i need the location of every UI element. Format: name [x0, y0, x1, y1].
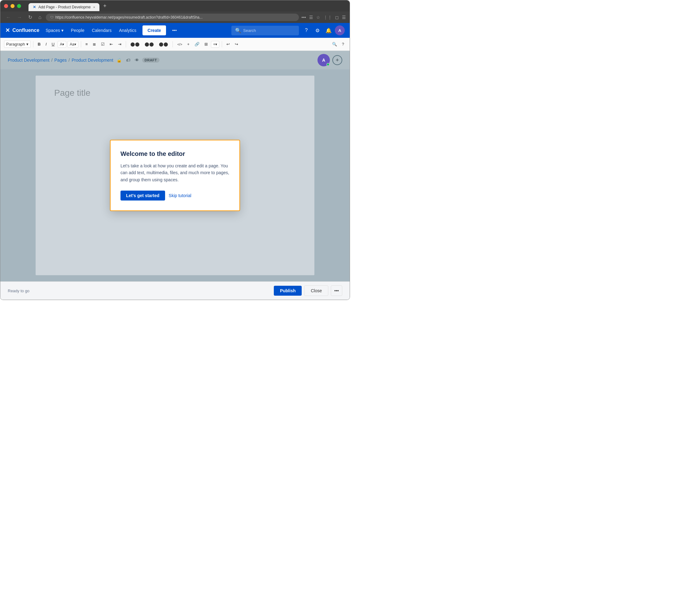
code-button[interactable]: </>	[175, 41, 184, 47]
ordered-list-button[interactable]: ≣	[91, 41, 98, 48]
confluence-logo[interactable]: ✕ Confluence	[5, 27, 39, 34]
table-button[interactable]: ⊞	[203, 41, 210, 48]
breadcrumb-space-link[interactable]: Product Development	[8, 58, 50, 63]
underline-button[interactable]: U	[50, 41, 56, 48]
url-bar[interactable]: 🛡 https://confluence.heyvaldemar.net/pag…	[46, 14, 299, 21]
close-window-button[interactable]	[4, 4, 8, 8]
link-button[interactable]: 🔗	[193, 41, 201, 48]
refresh-button[interactable]: ↻	[26, 13, 34, 21]
new-tab-button[interactable]: +	[101, 1, 109, 11]
text-color-select[interactable]: A▾	[58, 41, 66, 48]
status-text: Ready to go	[8, 289, 29, 293]
modal-title: Welcome to the editor	[121, 150, 229, 158]
tab-close-button[interactable]: ×	[93, 5, 95, 9]
url-text: https://confluence.heyvaldemar.net/pages…	[55, 15, 203, 20]
more-footer-button[interactable]: •••	[331, 285, 342, 296]
tab-title: Add Page - Product Developme	[39, 5, 91, 9]
task-list-button[interactable]: ☑	[99, 41, 106, 48]
breadcrumb: Product Development / Pages / Product De…	[8, 56, 159, 64]
align-center-button[interactable]: ⬤⬤	[143, 41, 156, 48]
undo-button[interactable]: ↩	[225, 41, 232, 48]
title-bar: ✕ Add Page - Product Developme × +	[0, 0, 350, 11]
reading-list-icon[interactable]: ☰	[309, 15, 313, 20]
toolbar-divider-3	[126, 41, 126, 47]
breadcrumb-pages-link[interactable]: Pages	[54, 58, 67, 63]
publish-button[interactable]: Publish	[274, 286, 302, 296]
analytics-label: Analytics	[119, 28, 136, 33]
search-toolbar-button[interactable]: 🔍	[330, 41, 339, 48]
breadcrumb-right-actions: A +	[318, 54, 342, 66]
breadcrumb-parent-link[interactable]: Product Development	[72, 58, 114, 63]
editor-toolbar: Paragraph ▾ B I U A▾ Aa▾ ≡ ≣ ☑ ⇤ ⇥ ⬤⬤ ⬤⬤…	[0, 38, 350, 51]
skip-tutorial-button[interactable]: Skip tutorial	[169, 193, 192, 198]
search-input[interactable]	[243, 28, 295, 33]
create-label: Create	[147, 28, 161, 33]
modal-body: Let's take a look at how you create and …	[121, 162, 229, 183]
create-button[interactable]: Create	[143, 25, 166, 35]
editor-footer: Ready to go Publish Close •••	[0, 281, 350, 300]
collaborator-avatar[interactable]: A	[318, 54, 330, 66]
search-bar[interactable]: 🔍	[231, 26, 299, 35]
bookmark-icon[interactable]: ☆	[316, 15, 320, 20]
online-indicator	[326, 63, 329, 66]
align-right-button[interactable]: ⬤⬤	[157, 41, 170, 48]
modal-overlay: Welcome to the editor Let's take a look …	[0, 69, 350, 281]
maximize-window-button[interactable]	[17, 4, 21, 8]
spaces-label: Spaces	[46, 28, 60, 33]
paragraph-style-select[interactable]: Paragraph ▾	[4, 41, 31, 48]
more-insert-select[interactable]: +▾	[211, 41, 219, 48]
settings-button[interactable]: ⚙	[312, 25, 322, 35]
draft-badge: DRAFT	[142, 58, 159, 63]
format-select[interactable]: Aa▾	[68, 41, 78, 48]
notifications-button[interactable]: 🔔	[324, 25, 333, 35]
indent-decrease-button[interactable]: ⇤	[108, 41, 115, 48]
more-nav-button[interactable]: •••	[169, 23, 181, 38]
help-toolbar-button[interactable]: ?	[340, 41, 346, 48]
confluence-logo-text: Confluence	[12, 28, 39, 33]
paragraph-label: Paragraph	[6, 42, 25, 47]
label-button[interactable]: 🏷	[125, 56, 132, 64]
minimize-window-button[interactable]	[10, 4, 15, 8]
restrict-button[interactable]: 🔒	[115, 56, 123, 64]
confluence-logo-icon: ✕	[5, 27, 10, 34]
sidebar-icon[interactable]: ☰	[342, 15, 346, 20]
breadcrumb-bar: Product Development / Pages / Product De…	[0, 51, 350, 69]
back-button[interactable]: ←	[4, 14, 13, 21]
toolbar-right: 🔍 ?	[330, 41, 346, 48]
breadcrumb-sep-1: /	[51, 58, 53, 63]
spaces-menu[interactable]: Spaces ▾	[42, 23, 67, 38]
profile-icon[interactable]: ◻	[335, 15, 339, 20]
insert-button[interactable]: +	[185, 41, 192, 48]
indent-increase-button[interactable]: ⇥	[116, 41, 123, 48]
help-button[interactable]: ?	[301, 25, 311, 35]
active-tab[interactable]: ✕ Add Page - Product Developme ×	[28, 3, 99, 11]
nav-right-actions: ? ⚙ 🔔 A	[301, 25, 345, 35]
people-label: People	[71, 28, 84, 33]
confluence-tab-icon: ✕	[33, 5, 36, 9]
more-options-button[interactable]: •••	[301, 15, 306, 20]
welcome-modal: Welcome to the editor Let's take a look …	[110, 140, 240, 211]
spaces-chevron-icon: ▾	[61, 28, 64, 33]
people-menu[interactable]: People	[67, 23, 88, 38]
get-started-button[interactable]: Let's get started	[121, 191, 165, 200]
calendars-menu[interactable]: Calendars	[88, 23, 115, 38]
editor-wrapper: Product Development / Pages / Product De…	[0, 51, 350, 300]
bullet-list-button[interactable]: ≡	[84, 41, 90, 48]
align-left-button[interactable]: ⬤⬤	[128, 41, 142, 48]
forward-button[interactable]: →	[15, 14, 24, 21]
redo-button[interactable]: ↪	[233, 41, 240, 48]
user-avatar[interactable]: A	[335, 25, 345, 35]
bold-button[interactable]: B	[36, 41, 43, 48]
analytics-menu[interactable]: Analytics	[115, 23, 140, 38]
extensions-icon[interactable]: ⋮⋮	[323, 15, 332, 20]
home-button[interactable]: ⌂	[36, 14, 43, 21]
close-button[interactable]: Close	[304, 285, 328, 296]
toolbar-divider-5	[222, 41, 222, 47]
italic-button[interactable]: I	[44, 41, 49, 48]
watch-button[interactable]: 👁	[133, 56, 140, 64]
address-bar: ← → ↻ ⌂ 🛡 https://confluence.heyvaldemar…	[0, 11, 350, 23]
search-icon: 🔍	[235, 28, 241, 33]
modal-actions: Let's get started Skip tutorial	[121, 191, 229, 200]
add-collaborator-button[interactable]: +	[332, 55, 342, 65]
toolbar-divider-1	[33, 41, 33, 47]
